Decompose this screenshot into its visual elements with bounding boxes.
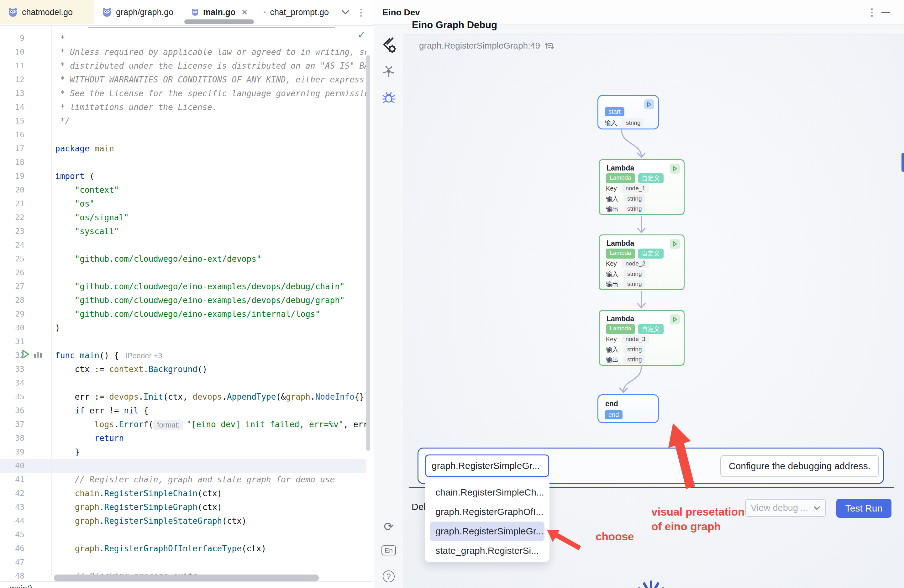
panel-minimize-icon[interactable] <box>882 12 890 13</box>
code-editor: chatmodel.go graph/graph.go main.go × ch… <box>0 0 374 588</box>
view-debug-select[interactable]: View debug ... <box>745 499 826 517</box>
graph-node-start[interactable]: start 输入 string <box>597 95 659 130</box>
node-row-label: 输出 <box>606 205 618 213</box>
run-from-node-icon[interactable] <box>670 239 680 249</box>
code-line-45 <box>55 528 366 542</box>
node-row-value: string <box>623 355 645 364</box>
node-row-value: string <box>623 280 645 288</box>
configure-button-label: Configure the debugging address. <box>729 461 871 471</box>
debug-bug-icon[interactable] <box>374 91 403 105</box>
node-custom-badge: 自定义 <box>638 248 664 259</box>
inspections-ok-check-icon[interactable]: ✓ <box>357 29 366 41</box>
code-line-33: ctx := context.Background() <box>55 362 366 376</box>
code-line-20: "context" <box>55 183 366 197</box>
code-line-46: graph.RegisterGraphOfInterfaceType(ctx) <box>55 542 366 555</box>
node-row-label: Key <box>606 185 616 192</box>
node-row-value: string <box>622 119 644 127</box>
test-run-label: Test Run <box>846 503 882 514</box>
node-custom-badge: 自定义 <box>638 324 664 334</box>
panel-scrollbar-thumb[interactable] <box>901 153 904 172</box>
code-line-26 <box>55 266 366 280</box>
panel-title: Eino Dev <box>382 8 420 17</box>
tab-chatmodel-go[interactable]: chatmodel.go <box>0 0 94 24</box>
graph-location-text: graph.RegisterSimpleGraph:49 <box>419 41 540 51</box>
chevron-down-icon <box>540 463 542 468</box>
graph-location-row[interactable]: graph.RegisterSimpleGraph:49 <box>419 41 554 51</box>
tab-chat-prompt-go[interactable]: chat_prompt.go <box>256 0 337 24</box>
tab-list-chevron-down-icon[interactable] <box>338 0 353 24</box>
refresh-icon[interactable]: ⟳ <box>374 520 403 533</box>
code-line-10: * Unless required by applicable law or a… <box>55 45 366 59</box>
code-line-32: func main() {IPender +3 <box>55 349 366 362</box>
run-main-icon[interactable] <box>21 349 30 359</box>
code-line-47 <box>55 555 366 569</box>
code-line-16 <box>55 128 366 142</box>
annotation-choose-label: choose <box>596 530 634 543</box>
code-line-12: * WITHOUT WARRANTIES OR CONDITIONS OF AN… <box>55 73 366 87</box>
code-line-30: ) <box>55 321 366 335</box>
run-gutter-icons <box>21 349 43 359</box>
debug-label: Debug <box>412 501 425 512</box>
dropdown-item-3[interactable]: state_graph.RegisterSi... <box>430 541 544 560</box>
help-icon[interactable]: ? <box>374 571 403 582</box>
code-line-35: err := devops.Init(ctx, devops.AppendTyp… <box>55 390 366 404</box>
test-run-button[interactable]: Test Run <box>836 499 891 518</box>
graph-node-lambda-2[interactable]: Lambda Lambda 自定义 Keynode_2 输入string 输出s… <box>599 234 684 290</box>
code-content[interactable]: * * Unless required by applicable law or… <box>55 32 366 575</box>
node-title: end <box>605 400 618 408</box>
node-row-value: node_1 <box>621 184 649 193</box>
node-title: Lambda <box>607 315 634 323</box>
code-line-40 <box>55 459 366 473</box>
tab-label: graph/graph.go <box>116 8 173 17</box>
code-line-15: */ <box>55 114 366 128</box>
code-line-21: "os" <box>55 197 366 211</box>
graph-node-end[interactable]: end end <box>597 394 659 423</box>
node-row-value: string <box>623 204 645 213</box>
ide-window: chatmodel.go graph/graph.go main.go × ch… <box>0 0 904 588</box>
editor-vertical-scrollbar[interactable] <box>366 55 370 451</box>
code-line-24 <box>55 238 366 252</box>
language-toggle-icon[interactable]: En <box>374 545 403 555</box>
run-from-node-icon[interactable] <box>644 100 654 109</box>
graph-node-icon[interactable] <box>374 65 403 78</box>
node-row-label: 输入 <box>606 194 618 203</box>
sort-list-icon[interactable] <box>544 41 554 51</box>
code-line-38: return <box>55 431 366 445</box>
editor-horizontal-scrollbar[interactable] <box>54 575 319 582</box>
tab-graph-go[interactable]: graph/graph.go <box>94 0 183 24</box>
node-row-label: 输入 <box>606 270 618 278</box>
graph-node-lambda-1[interactable]: Lambda Lambda 自定义 Keynode_1 输入string 输出s… <box>599 159 684 215</box>
code-line-48: // Blocking process exits <box>55 569 366 575</box>
code-line-13: * See the License for the specific langu… <box>55 87 366 100</box>
node-row-label: 输入 <box>606 345 618 354</box>
close-tab-icon[interactable]: × <box>242 7 247 17</box>
tab-label: chat_prompt.go <box>270 8 329 17</box>
dropdown-item-1[interactable]: graph.RegisterGraphOfI... <box>430 502 544 522</box>
graph-select-dropdown-menu: chain.RegisterSimpleCh...graph.RegisterG… <box>425 479 550 562</box>
view-debug-value: View debug ... <box>751 503 808 513</box>
node-title: Lambda <box>607 164 634 172</box>
graph-select[interactable]: graph.RegisterSimpleGr... <box>425 454 549 477</box>
eino-dev-logo-icon[interactable] <box>374 36 403 54</box>
active-tab-scroll-thumb[interactable] <box>184 19 254 24</box>
panel-kebab-menu-icon[interactable]: ⋮ <box>867 6 877 18</box>
breadcrumb-main[interactable]: main() <box>9 583 33 588</box>
node-row-label: 输出 <box>606 356 618 364</box>
editor-kebab-menu-icon[interactable]: ⋮ <box>354 0 368 24</box>
graph-node-lambda-3[interactable]: Lambda Lambda 自定义 Keynode_3 输入string 输出s… <box>599 310 684 366</box>
go-file-icon <box>191 7 199 17</box>
code-line-28: "github.com/cloudwego/eino-examples/devo… <box>55 293 366 307</box>
node-type-badge: start <box>605 107 624 116</box>
configure-debug-address-button[interactable]: Configure the debugging address. <box>720 455 879 477</box>
node-row-value: string <box>623 270 645 278</box>
go-file-icon <box>8 7 17 17</box>
node-type-badge: end <box>605 410 623 419</box>
run-from-node-icon[interactable] <box>670 315 680 324</box>
dropdown-item-2[interactable]: graph.RegisterSimpleGr... <box>430 522 544 541</box>
run-from-node-icon[interactable] <box>670 164 680 174</box>
tab-strip-scrollbar[interactable] <box>88 27 335 28</box>
node-row-label: Key <box>606 336 616 343</box>
dropdown-item-0[interactable]: chain.RegisterSimpleCh... <box>430 483 544 502</box>
go-file-icon <box>264 7 266 17</box>
profiler-icon[interactable] <box>33 349 43 359</box>
